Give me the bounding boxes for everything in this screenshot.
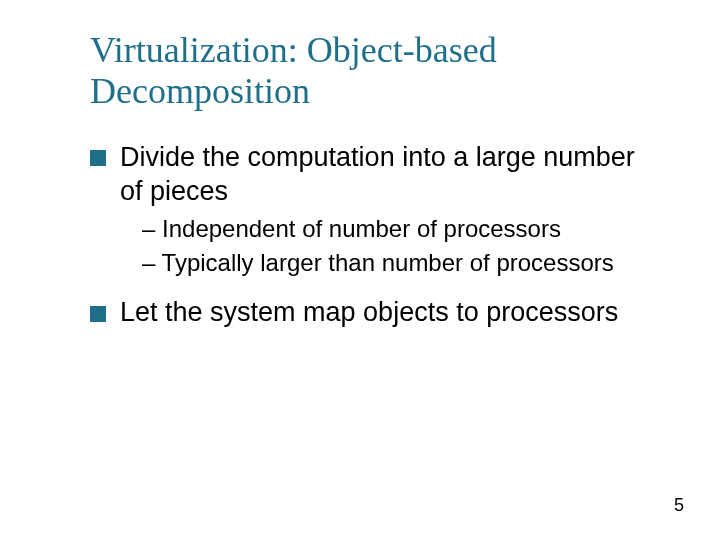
bullet-text: Let the system map objects to processors (120, 297, 618, 327)
square-bullet-icon (90, 150, 106, 166)
square-bullet-icon (90, 306, 106, 322)
bullet-text: Divide the computation into a large numb… (120, 142, 635, 206)
page-number: 5 (674, 495, 684, 516)
slide: Virtualization: Object-based Decompositi… (0, 0, 720, 540)
slide-title: Virtualization: Object-based Decompositi… (90, 30, 660, 113)
sub-bullet-item: – Typically larger than number of proces… (90, 248, 660, 278)
bullet-item: Let the system map objects to processors (90, 296, 660, 330)
bullet-item: Divide the computation into a large numb… (90, 141, 660, 209)
sub-bullet-item: – Independent of number of processors (90, 214, 660, 244)
slide-body: Divide the computation into a large numb… (90, 141, 660, 330)
spacer (90, 282, 660, 296)
